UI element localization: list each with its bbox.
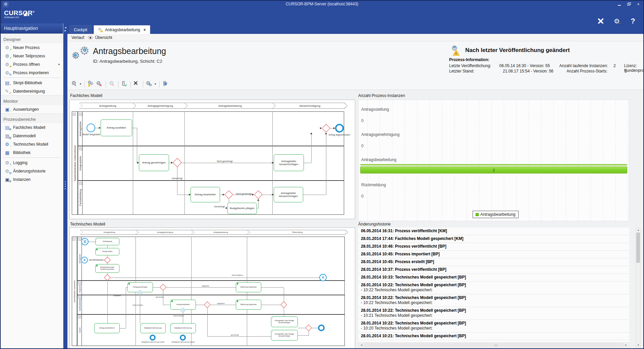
flow-arrowhead: [137, 162, 139, 164]
breadcrumb: Verlauf: Übersicht: [67, 34, 643, 41]
sidebar-item-technisches-modell[interactable]: ⚙◔Technisches Modell: [1, 140, 63, 148]
tab-cockpit[interactable]: Cockpit: [69, 25, 92, 34]
process-gears-icon: ⚙⚙: [72, 45, 90, 64]
sidebar-item-prozess-importieren[interactable]: ⚙↻Prozess importieren: [1, 68, 63, 77]
sidebar-item-instanzen[interactable]: ▣⚙Instanzen: [1, 175, 63, 184]
splitter-grip[interactable]: [65, 181, 66, 189]
sidebar-item-datenbereinigung[interactable]: ✎✔Datenbereinigung: [1, 87, 63, 95]
delete-process-button[interactable]: ×: [133, 80, 141, 88]
user-task-icon: [128, 283, 130, 285]
gateway-icon: [322, 124, 330, 133]
sidebar-item-änderungshistorie[interactable]: ⚙◷Änderungshistorie: [1, 167, 63, 175]
tab-antragsbearbeitung[interactable]: ⚙Antragsbearbeitung×: [94, 25, 150, 34]
collapse-right-icon[interactable]: ►: [63, 29, 67, 32]
phase-chevron: Antragsgenehmigung: [136, 230, 195, 235]
sidebar-splitter[interactable]: ◄ ►: [63, 23, 67, 348]
history-entry[interactable]: 28.01.2014 10:22: Technisches Modell ges…: [358, 320, 629, 333]
export-word-button[interactable]: ▯W: [162, 80, 170, 88]
instance-glyph: ●: [112, 84, 114, 87]
user-task-icon: [96, 265, 98, 266]
fachliches-modell-diagram[interactable]: AntragstellungAntragsgenehmigungAntragsb…: [70, 100, 355, 219]
gateway-icon: [160, 284, 166, 291]
phase-chevron: Antragsbearbeitung: [184, 103, 276, 109]
history-main: 28.01.2014 10:37: Prozess veröffentlicht…: [361, 267, 627, 272]
collapse-checkbox[interactable]: [79, 182, 82, 185]
technisches-modell-panel[interactable]: AntragsstellungAntragsgenehmigungAntrags…: [69, 228, 355, 349]
history-entry[interactable]: 28.01.2014 10:45: Prozess erstellt [BP]: [358, 258, 629, 266]
sidebar-item-fachliches-modell[interactable]: ▤⚙Fachliches Modell: [1, 123, 63, 132]
collapse-checkbox[interactable]: [79, 147, 82, 150]
sidebar-item-label: Neuer Prozess: [13, 45, 40, 50]
sidebar-item-neuer-teilprozess[interactable]: ⚙+Neuer Teilprozess: [1, 52, 63, 60]
history-entry[interactable]: 28.01.2014 10:33: Technisches Modell ges…: [358, 274, 629, 282]
gateway-icon: [254, 190, 263, 199]
dropdown-caret-icon[interactable]: ▼: [154, 83, 157, 86]
sidebar-item-auswertungen[interactable]: ▣◔Auswertungen: [1, 105, 63, 113]
restore-button[interactable]: [627, 2, 631, 7]
sail-icon: [23, 11, 27, 16]
sequence-flow: [211, 305, 236, 305]
collapse-checkbox[interactable]: [78, 238, 81, 241]
discard-publication-button[interactable]: ⚙×: [96, 80, 104, 88]
pool-label: Systembetreiber-Unternehmer: [72, 112, 77, 214]
sidebar-item-datenmodell[interactable]: ▥▥Datenmodell: [1, 132, 63, 140]
timer-event-icon: ◷: [180, 308, 185, 312]
minimize-button[interactable]: [617, 2, 622, 7]
refresh-button[interactable]: ⚙↻: [145, 80, 153, 88]
sequence-flow: [111, 278, 319, 278]
sequence-flow: [258, 200, 259, 208]
history-entry[interactable]: 06.05.2014 16:31: Prozess veröffentlicht…: [358, 228, 629, 235]
breadcrumb-label: Verlauf:: [71, 35, 85, 40]
breadcrumb-item[interactable]: Übersicht: [95, 35, 112, 40]
phase-label: Antragsgenehmigung: [133, 103, 187, 108]
validate-model-button[interactable]: ▯‹›✔: [120, 80, 128, 88]
history-entry[interactable]: 28.01.2014 10:46: Prozess veröffentlicht…: [358, 243, 629, 251]
sequence-flow: [284, 308, 284, 316]
task-antrag-bearbeiten: Antrag bearbeiten: [191, 187, 220, 202]
gridline: [603, 100, 603, 221]
page-title: Antragsbearbeitung: [93, 46, 166, 56]
history-entry[interactable]: 28.01.2014 10:22: Technisches Modell ges…: [358, 282, 629, 294]
gridline: [553, 100, 554, 221]
history-horizontal-scrollbar[interactable]: ◄ ||| ►: [358, 342, 629, 347]
sidebar-item-logging[interactable]: ⚙≡Logging: [1, 158, 63, 167]
history-entry[interactable]: 28.01.2014 10:22: Technisches Modell ges…: [358, 307, 629, 320]
history-main: 28.01.2014 10:21: Technisches Modell ges…: [361, 334, 627, 339]
cancel-end-event-icon: ×: [81, 257, 88, 263]
fachliches-modell-panel[interactable]: AntragstellungAntragsgenehmigungAntragsb…: [69, 100, 355, 219]
validate-glyph: ✔: [124, 84, 127, 87]
business-model-icon: ▤⚙: [5, 125, 11, 130]
collapse-checkbox[interactable]: [79, 113, 82, 116]
sidebar-item-neuer-prozess[interactable]: ⚙+Neuer Prozess: [1, 43, 63, 52]
history-entry[interactable]: 28.01.2014 10:45: Prozess importiert [BP…: [358, 251, 629, 258]
sidebar-item-prozess-öffnen[interactable]: ⚙■Prozess öffnen▼: [1, 60, 63, 68]
history-entry[interactable]: 28.01.2014 10:21: Technisches Modell ges…: [358, 333, 629, 340]
script-task-icon: ≡: [272, 331, 273, 332]
collapse-checkbox[interactable]: [78, 296, 81, 299]
task-antragsteller-über-absage-benachrichtigen: Antragsteller über Absage benachrichtige…: [271, 316, 298, 327]
task-entscheidung-über-fortführung-treffen: Entscheidung über Fortführung treffen: [95, 264, 119, 273]
collapse-checkbox[interactable]: [73, 113, 76, 116]
history-main: 28.01.2014 10:45: Prozess erstellt [BP]: [361, 259, 627, 264]
save-process-button[interactable]: ⚙▪: [70, 80, 78, 88]
close-button[interactable]: ×: [636, 2, 641, 7]
sidebar-item-label: Technisches Modell: [13, 142, 48, 147]
flow-arrowhead: [226, 207, 227, 209]
history-main: 28.01.2014 10:22: Technisches Modell ges…: [361, 321, 627, 326]
history-entry[interactable]: 28.01.2014 17:44: Fachliches Modell gesp…: [358, 235, 629, 243]
dropdown-caret-icon[interactable]: ▼: [79, 83, 82, 86]
history-entry[interactable]: 28.01.2014 10:22: Technisches Modell ges…: [358, 294, 629, 307]
sequence-flow: [89, 242, 95, 242]
change-history-list[interactable]: 06.05.2014 16:31: Prozess veröffentlicht…: [358, 228, 629, 342]
collapse-checkbox[interactable]: [78, 315, 81, 318]
history-vertical-scrollbar[interactable]: ▲ ▼: [636, 228, 641, 348]
history-entry[interactable]: 28.01.2014 10:37: Prozess veröffentlicht…: [358, 266, 629, 274]
technisches-modell-diagram[interactable]: AntragsstellungAntragsgenehmigungAntrags…: [70, 228, 355, 348]
sidebar-item-bibliothek[interactable]: ▦Bibliothek: [1, 148, 63, 157]
tab-close-icon[interactable]: ×: [144, 28, 146, 32]
phase-label: Antragsbearbeitung: [192, 230, 250, 234]
publish-process-button[interactable]: ⚙⚙✋: [87, 80, 95, 88]
collapse-checkbox[interactable]: [78, 282, 81, 285]
collapse-checkbox[interactable]: [72, 238, 75, 241]
sidebar-item-skript-bibliothek[interactable]: ▤−Skript-Bibliothek: [1, 79, 63, 87]
